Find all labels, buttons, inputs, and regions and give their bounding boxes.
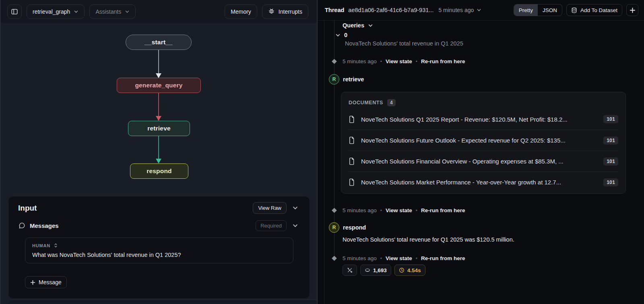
- separator-dot: [416, 207, 417, 213]
- checkpoint-time: 5 minutes ago: [343, 58, 377, 64]
- memory-button[interactable]: Memory: [225, 4, 257, 19]
- view-raw-button[interactable]: View Raw: [253, 202, 287, 214]
- graph-canvas[interactable]: __start__ generate_query retrieve respon…: [1, 23, 317, 300]
- document-row[interactable]: NoveTech Solutions Future Outlook - Expe…: [349, 130, 618, 151]
- memory-label: Memory: [231, 8, 251, 15]
- separator-dot: [416, 58, 417, 64]
- message-role-selector[interactable]: HUMAN: [32, 243, 286, 248]
- format-pretty-button[interactable]: Pretty: [514, 4, 538, 16]
- graph-node-start[interactable]: __start__: [126, 35, 192, 50]
- checkpoint-row: 5 minutes ago View state Re-run from her…: [318, 58, 644, 65]
- document-row[interactable]: NoveTech Solutions Market Performance - …: [349, 172, 618, 192]
- add-message-button[interactable]: Message: [25, 276, 67, 288]
- messages-row: Messages Required: [18, 220, 300, 231]
- interrupts-button[interactable]: Interrupts: [262, 4, 308, 19]
- document-title: NoveTech Solutions Q1 2025 Report - Reve…: [361, 116, 597, 123]
- retrieve-avatar: R: [329, 74, 339, 85]
- file-icon: [349, 116, 355, 123]
- graph-node-generate-query[interactable]: generate_query: [117, 78, 201, 93]
- separator-dot: [380, 255, 382, 261]
- format-toggle: Pretty JSON: [514, 4, 562, 16]
- queries-section-toggle[interactable]: Queries: [343, 22, 373, 29]
- collapse-input-button[interactable]: [291, 203, 300, 213]
- messages-label: Messages: [30, 222, 59, 229]
- step-retrieve: R retrieve: [329, 74, 364, 85]
- checkpoint-row: 5 minutes ago View state Re-run from her…: [318, 207, 644, 214]
- chevron-down-icon: [292, 223, 298, 229]
- document-title: NoveTech Solutions Future Outlook - Expe…: [361, 137, 597, 144]
- document-row[interactable]: NoveTech Solutions Q1 2025 Report - Reve…: [349, 109, 618, 130]
- document-title: NoveTech Solutions Market Performance - …: [361, 179, 597, 186]
- separator-dot: [416, 255, 417, 261]
- documents-count-badge: 4: [387, 99, 396, 106]
- graph-selector-label: retrieval_graph: [33, 8, 70, 15]
- tools-icon: [347, 267, 353, 273]
- clock-icon: [399, 267, 405, 273]
- token-coin-icon: [365, 267, 370, 273]
- thread-title: Thread: [325, 7, 344, 13]
- message-text-input[interactable]: What was NovaTech Solutions' total reven…: [32, 252, 286, 258]
- interrupts-label: Interrupts: [279, 8, 302, 15]
- file-icon: [349, 178, 355, 186]
- document-id-badge: 101: [603, 115, 618, 123]
- queries-label: Queries: [343, 22, 364, 29]
- view-state-link[interactable]: View state: [386, 207, 412, 213]
- token-count: 1,693: [373, 267, 387, 273]
- input-title: Input: [18, 204, 37, 213]
- checkpoint-time: 5 minutes ago: [343, 255, 377, 261]
- query-index: 0: [344, 32, 347, 38]
- checkpoint-diamond-icon: [332, 59, 337, 64]
- document-id-badge: 101: [603, 157, 618, 165]
- tools-badge[interactable]: [343, 265, 357, 276]
- rerun-link[interactable]: Re-run from here: [421, 207, 465, 213]
- separator-dot: [380, 207, 382, 213]
- query-text: NovaTech Solutions' total revenue in Q1 …: [345, 40, 463, 47]
- assistants-label: Assistants: [95, 8, 121, 15]
- bug-icon: [268, 8, 275, 15]
- document-title: NoveTech Solutions Financial Overview - …: [361, 158, 597, 165]
- checkpoint-diamond-icon: [332, 208, 337, 213]
- submit-bar-edge: [8, 300, 317, 304]
- query-item-toggle[interactable]: 0: [335, 32, 347, 38]
- view-state-link[interactable]: View state: [386, 58, 412, 64]
- graph-toolbar: retrieval_graph Assistants Memory: [1, 0, 317, 23]
- add-to-dataset-button[interactable]: Add To Dataset: [566, 4, 622, 16]
- file-icon: [349, 136, 355, 144]
- step-respond: R respond: [329, 222, 366, 233]
- input-panel-header: Input View Raw: [18, 202, 300, 214]
- chevron-down-icon: [125, 9, 130, 14]
- duration-badge: 4.54s: [394, 265, 425, 276]
- database-icon: [571, 7, 577, 13]
- add-message-label: Message: [39, 279, 62, 285]
- document-row[interactable]: NoveTech Solutions Financial Overview - …: [349, 151, 618, 172]
- graph-node-respond[interactable]: respond: [130, 163, 188, 179]
- graph-node-retrieve[interactable]: retrieve: [128, 121, 190, 136]
- thread-header: Thread ae8d1a06-2af6-41c6-b7a9-931... 5 …: [318, 0, 644, 21]
- chevron-down-icon: [74, 9, 78, 14]
- sort-updown-icon: [54, 243, 58, 248]
- assistants-dropdown[interactable]: Assistants: [89, 4, 136, 19]
- message-card: HUMAN What was NovaTech Solutions' total…: [25, 238, 293, 263]
- documents-label: DOCUMENTS: [349, 100, 383, 105]
- token-count-badge: 1,693: [360, 265, 391, 276]
- document-id-badge: 101: [603, 178, 618, 186]
- chevron-down-icon: [477, 8, 481, 12]
- checkpoint-diamond-icon: [332, 256, 337, 261]
- sidebar-toggle-button[interactable]: [7, 4, 22, 19]
- format-json-button[interactable]: JSON: [538, 4, 562, 16]
- rerun-link[interactable]: Re-run from here: [421, 255, 465, 261]
- rerun-link[interactable]: Re-run from here: [421, 58, 465, 64]
- chevron-down-icon: [335, 33, 341, 38]
- collapse-messages-button[interactable]: [291, 221, 300, 230]
- documents-card: DOCUMENTS 4 NoveTech Solutions Q1 2025 R…: [341, 92, 626, 194]
- new-thread-button[interactable]: [626, 4, 638, 16]
- view-state-link[interactable]: View state: [386, 255, 412, 261]
- step-name: respond: [343, 224, 366, 231]
- thread-time-dropdown[interactable]: 5 minutes ago: [438, 7, 481, 13]
- graph-selector-dropdown[interactable]: retrieval_graph: [27, 4, 85, 19]
- input-panel: Input View Raw: [8, 196, 310, 299]
- speech-bubble-icon: [18, 222, 26, 230]
- chevron-down-icon: [368, 23, 373, 28]
- thread-id: ae8d1a06-2af6-41c6-b7a9-931...: [348, 7, 433, 13]
- respond-output-text: NoveTech Solutions' total revenue for Q1…: [343, 236, 514, 243]
